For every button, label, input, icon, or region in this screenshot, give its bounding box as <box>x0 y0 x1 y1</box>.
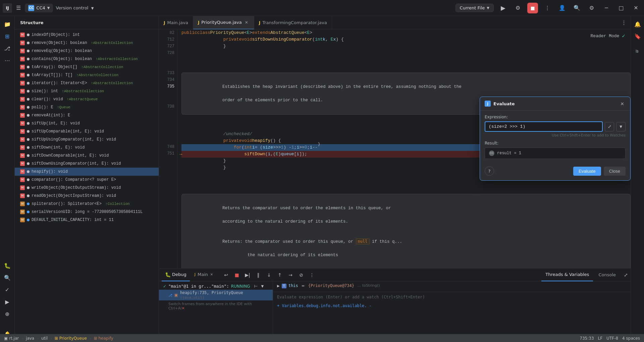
version-control-btn[interactable]: Version control ▼ <box>56 5 94 10</box>
thread-item-main[interactable]: ✓ "main"@1 in gr..."main": RUNNING ⊢ ▼ <box>159 283 273 290</box>
list-item[interactable]: M siftDown(int, E): void <box>15 144 159 152</box>
debug-console-tab[interactable]: Console <box>594 269 620 281</box>
debug-threads-tab[interactable]: Threads & Variables <box>541 269 593 281</box>
search-icon[interactable]: 🔍 <box>572 3 582 13</box>
list-item[interactable]: M clear(): void ↑AbstractQueue <box>15 95 159 103</box>
tab-priority-queue-java[interactable]: J PriorityQueue.java ✕ <box>193 16 254 30</box>
evaluate-expand-button[interactable]: ⤢ <box>605 122 614 131</box>
minimize-icon[interactable]: ─ <box>601 3 612 13</box>
line-num-doc2 <box>162 63 174 70</box>
debug-step-out-btn[interactable]: → <box>286 270 295 280</box>
debug-run-to-cursor-btn[interactable]: ⊘ <box>297 270 306 280</box>
visibility-dot <box>27 162 30 165</box>
thread-filter-icon[interactable]: ⊢ <box>254 284 258 289</box>
tab-transforming-comparator-java[interactable]: J TransformingComparator.java <box>254 16 332 30</box>
visibility-dot <box>27 194 30 197</box>
debug-more-btn[interactable]: ⋮ <box>307 270 317 280</box>
status-class: ⊞ PriorityQueue <box>55 336 87 341</box>
more-options-icon[interactable]: ⋮ <box>542 3 553 13</box>
debug-rerun-btn[interactable]: ↩ <box>221 270 231 280</box>
method-name: toArray(): Object[] ↑AbstractCollection <box>32 65 123 69</box>
app-logo: IJ <box>3 3 12 13</box>
evaluate-help-button[interactable]: ? <box>485 166 494 176</box>
list-item[interactable]: M indexOf(Object): int <box>15 31 159 39</box>
tab-close-button[interactable]: ✕ <box>244 20 249 25</box>
evaluate-expression-input[interactable] <box>485 121 603 132</box>
sidebar-icon-more[interactable]: ⋯ <box>2 55 13 66</box>
list-item[interactable]: M iterator(): Iterator<E> ↑AbstractColle… <box>15 79 159 87</box>
list-item[interactable]: M siftUp(int, E): void <box>15 119 159 127</box>
var-expand-arrow[interactable]: ▶ <box>277 284 280 288</box>
evaluate-footer: ? Evaluate Close <box>480 163 630 180</box>
main-tab-icon: J <box>195 272 196 277</box>
debug-stop-btn[interactable]: ■ <box>232 270 241 280</box>
profile-icon[interactable]: 👤 <box>557 3 568 13</box>
frame-item-heapify[interactable]: ⎇ ▣ heapify:735, PriorityQueue (java.uti… <box>159 290 273 300</box>
tab-main-java[interactable]: J Main.java <box>159 16 193 30</box>
sidebar-icon-folder[interactable]: 📁 <box>2 19 13 30</box>
sidebar-icon-structure[interactable]: ⊞ <box>2 31 13 42</box>
frame-arrow-icon: ⎇ <box>168 293 172 297</box>
project-selector[interactable]: CC CC4 ▼ <box>25 4 53 12</box>
list-item[interactable]: M removeAt(int): E <box>15 111 159 119</box>
list-item[interactable]: M siftDownComparable(int, E): void <box>15 152 159 160</box>
hamburger-menu[interactable]: ☰ <box>15 3 22 12</box>
right-icon-bookmarks[interactable]: 🔖 <box>632 31 643 42</box>
method-name: siftUpComparable(int, E): void <box>32 129 104 134</box>
debug-expand-icon[interactable]: ⤢ <box>624 272 628 278</box>
evaluate-close-button[interactable]: × <box>619 100 626 107</box>
list-item[interactable]: M siftUpComparable(int, E): void <box>15 127 159 135</box>
evaluate-cancel-button[interactable]: Close <box>604 167 626 176</box>
code-line-727: } <box>181 43 631 50</box>
list-item[interactable]: M removeEq(Object): boolean <box>15 47 159 55</box>
evaluate-submit-button[interactable]: Evaluate <box>573 167 601 176</box>
list-item[interactable]: M siftDownUsingComparator(int, E): void <box>15 160 159 168</box>
method-badge: M <box>20 129 25 134</box>
ide-settings-icon[interactable]: ⚙ <box>586 3 597 13</box>
settings-icon[interactable]: ⚙ <box>513 3 523 13</box>
list-item[interactable]: M heapify(): void <box>15 168 159 176</box>
status-encoding: UTF-8 <box>606 336 618 341</box>
run-button[interactable]: ▶ <box>498 3 508 13</box>
list-item[interactable]: M toArray(): Object[] ↑AbstractCollectio… <box>15 63 159 71</box>
sidebar-icon-debug[interactable]: 🐛 <box>2 260 13 271</box>
list-item[interactable]: M remove(Object): boolean ↑AbstractColle… <box>15 39 159 47</box>
method-badge: M <box>20 81 25 86</box>
list-item[interactable]: M DEFAULT_INITIAL_CAPACITY: int = 11 <box>15 216 159 224</box>
list-item[interactable]: M toArray(T[]): T[] ↑AbstractCollection <box>15 71 159 79</box>
debug-pause-btn[interactable]: ‖ <box>254 270 263 280</box>
list-item[interactable]: M writeObject(ObjectOutputStream): void <box>15 184 159 192</box>
list-item[interactable]: M comparator(): Comparator<? super E> <box>15 176 159 184</box>
sidebar-icon-todo[interactable]: ✓ <box>2 284 13 295</box>
list-item[interactable]: M readObject(ObjectInputStream): void <box>15 192 159 200</box>
list-item[interactable]: M contains(Object): boolean ↑AbstractCol… <box>15 55 159 63</box>
debug-step-into-btn[interactable]: ↑ <box>275 270 284 280</box>
list-item[interactable]: M size(): int ↑AbstractCollection <box>15 87 159 95</box>
method-name: siftDownUsingComparator(int, E): void <box>32 161 121 166</box>
maximize-icon[interactable]: □ <box>616 3 627 13</box>
debug-tab-main[interactable]: J Main ✕ <box>191 269 217 281</box>
evaluate-dropdown-button[interactable]: ▼ <box>616 122 626 131</box>
sidebar-icon-terminal[interactable]: ⊕ <box>2 308 13 319</box>
close-icon[interactable]: ✕ <box>631 3 641 13</box>
vars-add-watch[interactable]: + Variables.debug.info.not.available. - <box>273 302 631 309</box>
right-icon-notifications[interactable]: 🔔 <box>632 19 643 30</box>
list-item[interactable]: M poll(): E ↑Queue <box>15 103 159 111</box>
thread-dropdown-icon[interactable]: ▼ <box>261 284 264 288</box>
sidebar-icon-git[interactable]: ⎇ <box>2 43 13 54</box>
debug-step-over-btn[interactable]: ↓ <box>264 270 274 280</box>
debug-tab-debug[interactable]: 🐛 Debug <box>162 269 190 281</box>
list-item[interactable]: M spliterator(): Spliterator<E> ↑Collect… <box>15 200 159 208</box>
sidebar-icon-find[interactable]: 🔍 <box>2 272 13 283</box>
var-name: this <box>288 283 298 288</box>
vars-console-note: Evaluate expression (Enter) or add a wat… <box>273 292 631 302</box>
var-item-this[interactable]: ▶ T this = {PriorityQueue@734} ... toStr… <box>273 283 631 289</box>
debug-resume-btn[interactable]: ▶| <box>243 270 252 280</box>
stop-button[interactable]: ■ <box>527 3 538 13</box>
sidebar-icon-run[interactable]: ▶ <box>2 296 13 307</box>
current-file-button[interactable]: Current File ▼ <box>455 4 494 12</box>
tab-more-button[interactable]: ⋮ <box>617 19 631 26</box>
debug-tab-close[interactable]: ✕ <box>209 272 214 277</box>
list-item[interactable]: M serialVersionUID: long = -772080505730… <box>15 208 159 216</box>
list-item[interactable]: M siftUpUsingComparator(int, E): void <box>15 135 159 144</box>
